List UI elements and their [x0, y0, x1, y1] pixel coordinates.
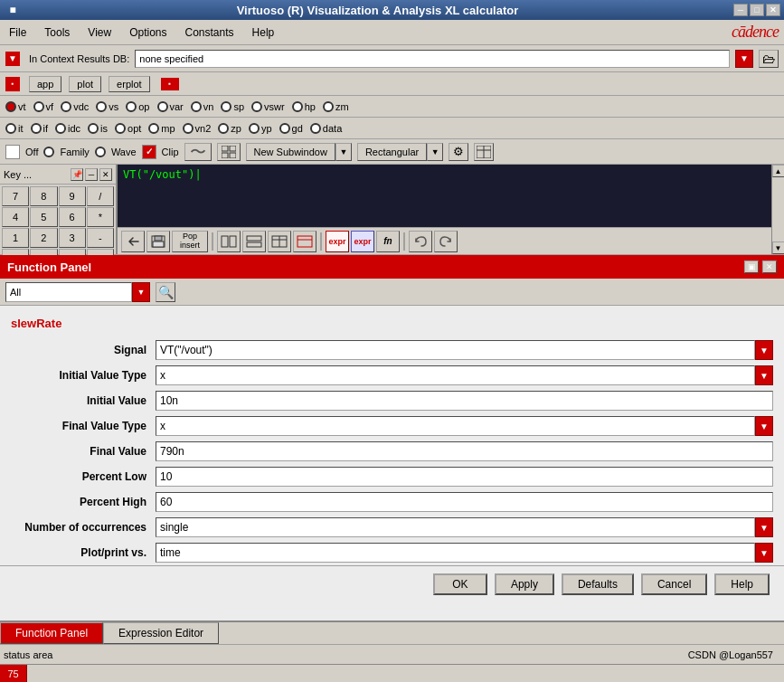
radio-op-btn[interactable] — [126, 101, 137, 112]
expr-tool-3[interactable] — [268, 231, 291, 252]
search-icon-btn[interactable]: 🔍 — [156, 282, 175, 302]
close-button[interactable]: ✕ — [766, 4, 780, 16]
expr-expr-btn[interactable]: expr — [326, 231, 349, 252]
signal-dropdown-arrow[interactable]: ▼ — [755, 340, 773, 360]
radio-vs-btn[interactable] — [96, 101, 107, 112]
grid-icon-btn[interactable] — [217, 143, 241, 161]
keypad-minimize-btn[interactable]: ─ — [85, 168, 98, 181]
results-db-dropdown[interactable]: ▼ — [735, 50, 753, 68]
expr-input-area[interactable]: VT("/vout")| — [118, 165, 771, 227]
ok-button[interactable]: OK — [433, 573, 487, 595]
percent-high-input[interactable] — [156, 492, 773, 512]
radio-vf-btn[interactable] — [33, 101, 44, 112]
expr-undo-btn[interactable] — [409, 231, 432, 252]
radio-hp-btn[interactable] — [292, 101, 303, 112]
initial-value-input[interactable] — [156, 391, 773, 411]
final-type-value[interactable]: x — [156, 416, 755, 436]
expr-tool-4[interactable] — [293, 231, 316, 252]
radio-vt-btn[interactable] — [5, 101, 16, 112]
radio-zm-btn[interactable] — [323, 101, 334, 112]
subwindow-label[interactable]: New Subwindow — [246, 143, 335, 161]
tab-app[interactable]: app — [29, 76, 61, 92]
key-multiply[interactable]: * — [87, 207, 114, 227]
expr-fn-btn[interactable]: fn — [376, 231, 400, 252]
radio-it-btn[interactable] — [5, 123, 16, 134]
key-1[interactable]: 1 — [2, 228, 29, 248]
search-category-arrow[interactable]: ▼ — [132, 282, 150, 302]
radio-yp-btn[interactable] — [249, 123, 260, 134]
expr-tool-1[interactable] — [217, 231, 241, 252]
rectangular-arrow[interactable]: ▼ — [427, 143, 443, 161]
tab-function-panel[interactable]: Function Panel — [0, 622, 103, 644]
key-8[interactable]: 8 — [30, 186, 57, 206]
tab-expression-editor[interactable]: Expression Editor — [103, 622, 219, 644]
key-subtract[interactable]: - — [87, 228, 114, 248]
key-4[interactable]: 4 — [2, 207, 29, 227]
radio-if-btn[interactable] — [31, 123, 42, 134]
key-5[interactable]: 5 — [30, 207, 57, 227]
menu-constants[interactable]: Constants — [182, 24, 238, 41]
keypad-pin-btn[interactable]: 📌 — [71, 168, 83, 181]
checkbox-clip[interactable]: ✓ — [142, 145, 156, 159]
percent-low-input[interactable] — [156, 467, 773, 487]
checkbox-off[interactable] — [5, 145, 20, 159]
initial-type-value[interactable]: x — [156, 365, 755, 385]
plotprint-value[interactable]: time — [156, 543, 755, 563]
panel-pin-btn[interactable]: ▣ — [744, 260, 759, 273]
expr-expr2-btn[interactable]: expr — [351, 231, 374, 252]
radio-opt-btn[interactable] — [115, 123, 126, 134]
table-button[interactable] — [474, 143, 494, 161]
expr-back-btn[interactable] — [121, 231, 145, 252]
wave-icon-btn[interactable]: 〜 — [184, 143, 212, 161]
apply-button[interactable]: Apply — [495, 573, 554, 595]
subwindow-arrow[interactable]: ▼ — [335, 143, 352, 161]
radio-idc-btn[interactable] — [55, 123, 66, 134]
menu-view[interactable]: View — [84, 24, 115, 41]
radio-family[interactable] — [43, 147, 54, 157]
key-2[interactable]: 2 — [30, 228, 57, 248]
menu-tools[interactable]: Tools — [41, 24, 73, 41]
scroll-up-arrow[interactable]: ▲ — [772, 165, 785, 177]
plotprint-arrow[interactable]: ▼ — [755, 543, 773, 563]
results-db-folder[interactable]: 🗁 — [759, 50, 779, 68]
final-type-arrow[interactable]: ▼ — [755, 416, 773, 436]
expr-tool-2[interactable] — [242, 231, 266, 252]
radio-zp-btn[interactable] — [218, 123, 229, 134]
radio-gd-btn[interactable] — [279, 123, 290, 134]
expr-pop-insert-btn[interactable]: Popinsert — [172, 231, 208, 252]
cancel-button[interactable]: Cancel — [641, 573, 707, 595]
radio-mp-btn[interactable] — [148, 123, 159, 134]
radio-vswr-btn[interactable] — [251, 101, 262, 112]
occurrences-arrow[interactable]: ▼ — [755, 517, 773, 537]
menu-help[interactable]: Help — [249, 24, 279, 41]
key-divide[interactable]: / — [87, 186, 114, 206]
keypad-close-btn[interactable]: ✕ — [99, 168, 112, 181]
key-6[interactable]: 6 — [59, 207, 86, 227]
final-value-input[interactable] — [156, 441, 773, 461]
radio-vn-btn[interactable] — [191, 101, 202, 112]
results-db-input[interactable] — [135, 50, 730, 68]
menu-file[interactable]: File — [5, 24, 30, 41]
signal-value[interactable]: VT("/vout") — [156, 340, 755, 360]
radio-wave[interactable] — [95, 147, 106, 157]
defaults-button[interactable]: Defaults — [562, 573, 634, 595]
help-button[interactable]: Help — [714, 573, 770, 595]
tab-plot[interactable]: plot — [69, 76, 101, 92]
initial-type-arrow[interactable]: ▼ — [755, 365, 773, 385]
minimize-button[interactable]: ─ — [733, 4, 748, 16]
radio-is-btn[interactable] — [88, 123, 99, 134]
radio-vdc-btn[interactable] — [61, 101, 71, 112]
key-3[interactable]: 3 — [59, 228, 86, 248]
tab-erplot[interactable]: erplot — [109, 76, 150, 92]
occurrences-value[interactable]: single — [156, 517, 755, 537]
gear-button[interactable]: ⚙ — [449, 143, 468, 161]
radio-data-btn[interactable] — [310, 123, 321, 134]
rectangular-label[interactable]: Rectangular — [357, 143, 427, 161]
radio-var-btn[interactable] — [157, 101, 168, 112]
expr-redo-btn[interactable] — [434, 231, 458, 252]
panel-close-btn[interactable]: ✕ — [762, 260, 777, 273]
key-7[interactable]: 7 — [2, 186, 29, 206]
key-9[interactable]: 9 — [59, 186, 86, 206]
scroll-down-arrow[interactable]: ▼ — [772, 242, 785, 254]
radio-sp-btn[interactable] — [221, 101, 231, 112]
